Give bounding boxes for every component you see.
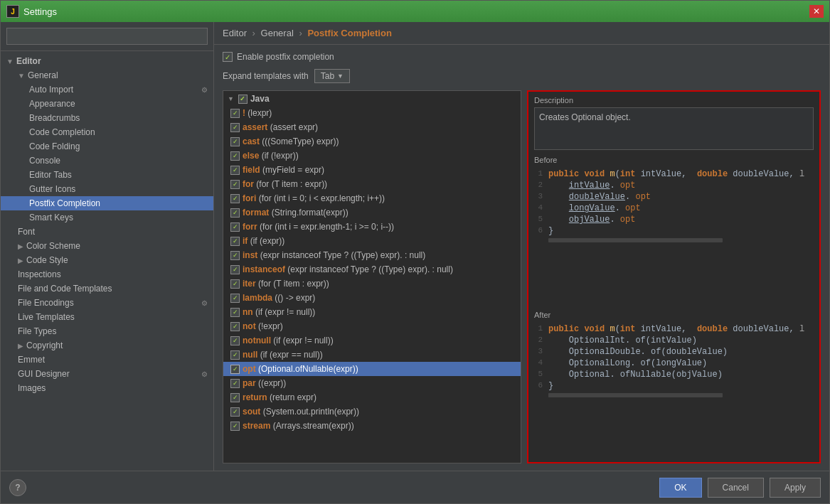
sidebar-item-auto-import[interactable]: Auto Import ⚙ bbox=[1, 82, 213, 97]
template-item-nn[interactable]: ✓ nn (if (expr != null)) bbox=[223, 305, 521, 319]
sidebar-item-gui-designer[interactable]: GUI Designer ⚙ bbox=[1, 367, 213, 381]
template-checkbox[interactable]: ✓ bbox=[230, 151, 240, 161]
template-checkbox[interactable]: ✓ bbox=[230, 123, 240, 132]
template-item-inst[interactable]: ✓ inst (expr instanceof Type ? ((Type) e… bbox=[223, 248, 521, 262]
sidebar-item-label: Code Style bbox=[26, 255, 208, 265]
sidebar-item-breadcrumbs[interactable]: Breadcrumbs bbox=[1, 111, 213, 125]
cancel-button[interactable]: Cancel bbox=[708, 478, 764, 498]
sidebar-item-file-and-code-templates[interactable]: File and Code Templates bbox=[1, 282, 213, 296]
java-group-checkbox[interactable]: ✓ bbox=[238, 95, 248, 104]
close-button[interactable]: ✕ bbox=[809, 5, 824, 18]
sidebar-item-code-folding[interactable]: Code Folding bbox=[1, 139, 213, 154]
java-group-header[interactable]: ▼ ✓ Java bbox=[223, 91, 521, 106]
template-checkbox[interactable]: ✓ bbox=[230, 109, 240, 118]
sidebar-item-gutter-icons[interactable]: Gutter Icons bbox=[1, 182, 213, 196]
template-item-lambda[interactable]: ✓ lambda (() -> expr) bbox=[223, 291, 521, 305]
template-checkbox[interactable]: ✓ bbox=[230, 194, 240, 203]
sidebar-item-color-scheme[interactable]: ▶ Color Scheme bbox=[1, 239, 213, 253]
template-item-for[interactable]: ✓ for (for (T item : expr)) bbox=[223, 177, 521, 191]
template-item-assert[interactable]: ✓ assert (assert expr) bbox=[223, 120, 521, 134]
line-content: doubleValue. opt bbox=[548, 192, 651, 202]
sidebar-item-label: Images bbox=[18, 383, 208, 393]
template-item-not-expr[interactable]: ✓ ! (lexpr) bbox=[223, 106, 521, 120]
template-item-field[interactable]: ✓ field (myField = expr) bbox=[223, 163, 521, 177]
dropdown-value: Tab bbox=[321, 71, 334, 81]
template-item-else[interactable]: ✓ else (if (!expr)) bbox=[223, 149, 521, 163]
help-button[interactable]: ? bbox=[9, 479, 26, 496]
template-checkbox[interactable]: ✓ bbox=[230, 279, 240, 289]
template-item-iter[interactable]: ✓ iter (for (T item : expr)) bbox=[223, 277, 521, 291]
template-checkbox[interactable]: ✓ bbox=[230, 336, 240, 345]
sidebar-item-code-completion[interactable]: Code Completion bbox=[1, 125, 213, 139]
template-label: if (if (expr)) bbox=[243, 236, 284, 246]
template-item-instanceof[interactable]: ✓ instanceof (expr instanceof Type ? ((T… bbox=[223, 262, 521, 277]
sidebar-item-label: Auto Import bbox=[29, 85, 201, 95]
sidebar-item-code-style[interactable]: ▶ Code Style bbox=[1, 253, 213, 267]
search-input[interactable] bbox=[6, 28, 208, 45]
template-checkbox[interactable]: ✓ bbox=[230, 251, 240, 260]
template-item-opt[interactable]: ✓ opt (Optional.ofNullable(expr)) bbox=[223, 362, 521, 376]
sidebar-item-file-encodings[interactable]: File Encodings ⚙ bbox=[1, 296, 213, 310]
template-item-format[interactable]: ✓ format (String.format(expr)) bbox=[223, 205, 521, 220]
template-checkbox[interactable]: ✓ bbox=[230, 222, 240, 232]
sidebar-item-smart-keys[interactable]: Smart Keys bbox=[1, 210, 213, 225]
template-item-par[interactable]: ✓ par ((expr)) bbox=[223, 376, 521, 390]
template-item-forr[interactable]: ✓ forr (for (int i = expr.length-1; i >=… bbox=[223, 220, 521, 234]
sidebar-item-appearance[interactable]: Appearance bbox=[1, 97, 213, 111]
templates-tree: ▼ ✓ Java ✓ ! (lexpr) ✓ assert (assert ex… bbox=[223, 90, 521, 463]
template-item-fori[interactable]: ✓ fori (for (int i = 0; i < expr.length;… bbox=[223, 191, 521, 205]
template-checkbox[interactable]: ✓ bbox=[230, 322, 240, 331]
template-checkbox[interactable]: ✓ bbox=[230, 166, 240, 175]
template-label: null (if (expr == null)) bbox=[243, 350, 323, 360]
horizontal-scrollbar-after[interactable] bbox=[548, 393, 723, 397]
template-checkbox[interactable]: ✓ bbox=[230, 294, 240, 303]
sidebar-item-console[interactable]: Console bbox=[1, 154, 213, 168]
template-checkbox[interactable]: ✓ bbox=[230, 350, 240, 360]
before-code-block[interactable]: 1 public void m(int intValue, double dou… bbox=[528, 166, 819, 308]
ok-button[interactable]: OK bbox=[659, 478, 701, 498]
template-checkbox[interactable]: ✓ bbox=[230, 365, 240, 374]
template-item-return[interactable]: ✓ return (return expr) bbox=[223, 390, 521, 404]
template-checkbox[interactable]: ✓ bbox=[230, 208, 240, 218]
before-line-1: 1 public void m(int intValue, double dou… bbox=[528, 168, 819, 180]
chevron-down-icon: ▼ bbox=[337, 73, 344, 80]
sidebar-item-editor[interactable]: ▼ Editor bbox=[1, 54, 213, 68]
enable-checkbox[interactable]: ✓ bbox=[223, 52, 233, 62]
template-item-not[interactable]: ✓ not (!expr) bbox=[223, 319, 521, 333]
sidebar-item-emmet[interactable]: Emmet bbox=[1, 353, 213, 367]
line-content: public void m(int intValue, double doubl… bbox=[548, 324, 804, 334]
sidebar-item-copyright[interactable]: ▶ Copyright bbox=[1, 338, 213, 353]
template-item-null[interactable]: ✓ null (if (expr == null)) bbox=[223, 348, 521, 362]
sidebar-item-file-types[interactable]: File Types bbox=[1, 324, 213, 338]
apply-button[interactable]: Apply bbox=[770, 478, 821, 498]
sidebar-item-inspections[interactable]: Inspections bbox=[1, 267, 213, 282]
sidebar-item-label: Copyright bbox=[26, 341, 208, 350]
template-label: fori (for (int i = 0; i < expr.length; i… bbox=[243, 193, 385, 203]
template-checkbox[interactable]: ✓ bbox=[230, 180, 240, 189]
template-checkbox[interactable]: ✓ bbox=[230, 137, 240, 146]
after-line-2: 2 OptionalInt. of(intValue) bbox=[528, 335, 819, 346]
template-item-notnull[interactable]: ✓ notnull (if (expr != null)) bbox=[223, 333, 521, 348]
template-checkbox[interactable]: ✓ bbox=[230, 407, 240, 417]
template-label: par ((expr)) bbox=[243, 378, 286, 388]
sidebar-item-live-templates[interactable]: Live Templates bbox=[1, 310, 213, 324]
sidebar-item-editor-tabs[interactable]: Editor Tabs bbox=[1, 168, 213, 182]
expand-templates-dropdown[interactable]: Tab ▼ bbox=[314, 69, 350, 83]
template-item-stream[interactable]: ✓ stream (Arrays.stream(expr)) bbox=[223, 419, 521, 433]
template-checkbox[interactable]: ✓ bbox=[230, 308, 240, 317]
template-checkbox[interactable]: ✓ bbox=[230, 393, 240, 402]
horizontal-scrollbar-before[interactable] bbox=[548, 238, 723, 242]
template-checkbox[interactable]: ✓ bbox=[230, 422, 240, 431]
template-item-sout[interactable]: ✓ sout (System.out.println(expr)) bbox=[223, 404, 521, 419]
template-checkbox[interactable]: ✓ bbox=[230, 379, 240, 388]
template-checkbox[interactable]: ✓ bbox=[230, 237, 240, 246]
sidebar-item-postfix-completion[interactable]: Postfix Completion bbox=[1, 196, 213, 210]
template-item-if[interactable]: ✓ if (if (expr)) bbox=[223, 234, 521, 248]
template-checkbox[interactable]: ✓ bbox=[230, 265, 240, 274]
after-code-block[interactable]: 1 public void m(int intValue, double dou… bbox=[528, 321, 819, 463]
sidebar-item-font[interactable]: Font bbox=[1, 225, 213, 239]
sidebar-item-general[interactable]: ▼ General bbox=[1, 68, 213, 82]
template-item-cast[interactable]: ✓ cast (((SomeType) expr)) bbox=[223, 134, 521, 149]
sidebar-item-images[interactable]: Images bbox=[1, 381, 213, 395]
expand-row: Expand templates with Tab ▼ bbox=[223, 69, 821, 83]
